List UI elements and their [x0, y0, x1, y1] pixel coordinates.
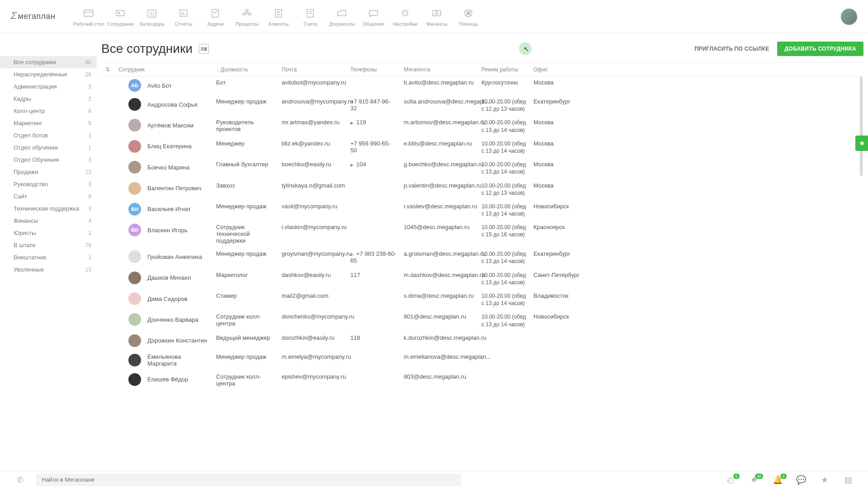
sidebar-item-count: 2: [88, 230, 91, 236]
column-schedule[interactable]: Режим работы: [478, 66, 530, 73]
table-row[interactable]: Артёмов МаксимРуководитель проектовmr.ar…: [101, 116, 863, 137]
column-phones[interactable]: Телефоны: [347, 66, 400, 73]
employee-name: Артёмов Максим: [147, 122, 193, 129]
main-content: Все сотрудники X≣ ↖ ПРИГЛАСИТЬ ПО ССЫЛКЕ…: [97, 33, 868, 471]
messages-icon[interactable]: 💬: [789, 475, 813, 485]
expand-phone-icon[interactable]: ▶: [350, 163, 354, 167]
megamail-cell: 1045@desc.megaplan.ru: [400, 224, 478, 230]
phone-cell: +7 915 847-96-32: [347, 98, 400, 112]
nav-item-12[interactable]: Помощь: [453, 0, 484, 33]
mail-cell: avitobot@mycompany.ru: [278, 79, 347, 86]
sidebar-item[interactable]: Руководство3: [0, 178, 97, 190]
phone-icon[interactable]: ✆: [8, 475, 32, 485]
table-row[interactable]: Епишев ФёдорСотрудник колл-центраepishev…: [101, 371, 863, 390]
table-row[interactable]: Дашков МихаилМаркетологdashkov@easily.ru…: [101, 269, 863, 290]
reminders-icon[interactable]: ◴6: [719, 475, 742, 485]
table-row[interactable]: Блиц ЕкатеринаМенеджерbliz.ek@yandex.ru+…: [101, 137, 863, 158]
column-employee[interactable]: Сотрудник: [114, 66, 212, 73]
sidebar-item[interactable]: Юристы2: [0, 227, 97, 239]
nav-item-6[interactable]: Клиенты: [263, 0, 294, 33]
sidebar-item[interactable]: Уволенные13: [0, 263, 97, 276]
sidebar-item[interactable]: Сайт8: [0, 190, 97, 202]
export-excel-icon[interactable]: X≣: [199, 44, 209, 54]
nav-item-8[interactable]: Документы: [326, 0, 357, 33]
sidebar-item[interactable]: Финансы4: [0, 215, 97, 227]
library-icon[interactable]: ▤: [836, 475, 860, 485]
sidebar-item[interactable]: Нераспределённые26: [0, 68, 97, 80]
employee-name: Донченко Варвара: [147, 316, 198, 323]
column-office[interactable]: Офис: [530, 66, 593, 73]
sidebar-item-count: 3: [88, 181, 91, 188]
table-row[interactable]: ВИВасильев ИгнатМенеджер продажvasil@myc…: [101, 200, 863, 221]
employee-name: Епишев Фёдор: [147, 376, 188, 383]
table-row[interactable]: АБAvito БотБотavitobot@mycompany.rub.avi…: [101, 76, 863, 95]
hot-icon[interactable]: ♣30: [742, 475, 766, 484]
sidebar-item-label: Внештатник: [14, 254, 46, 261]
table-row[interactable]: Емельянова МаргаритаМенеджер продажm.eme…: [101, 351, 863, 371]
sidebar-item[interactable]: Отдел ботов1: [0, 129, 97, 141]
table-row[interactable]: Донченко ВарвараСотрудник колл-центраdon…: [101, 310, 863, 331]
nav-item-4[interactable]: Задачи: [200, 0, 231, 33]
table-row[interactable]: Дима СидоровСтажерmail2@gmail.coms.dima@…: [101, 290, 863, 310]
vertical-scrollbar[interactable]: [860, 76, 863, 176]
logo-text: мегаплан: [18, 12, 56, 21]
mail-cell: tylinskaya.n@gmail.com: [278, 182, 347, 189]
column-megamail[interactable]: Мегапочта: [400, 66, 478, 73]
table-row[interactable]: Андросова СофьяМенеджер продажandrosova@…: [101, 95, 863, 116]
svg-rect-14: [243, 13, 245, 15]
sidebar-item[interactable]: Администрация3: [0, 80, 97, 93]
sidebar-item[interactable]: Все сотрудники80: [0, 56, 97, 68]
office-cell: Красноярск: [530, 224, 593, 230]
column-mail[interactable]: Почта: [278, 66, 347, 73]
nav-item-1[interactable]: Сотрудники: [105, 0, 136, 33]
nav-icon: [207, 7, 223, 19]
nav-item-9[interactable]: Общение: [358, 0, 389, 33]
expand-phone-icon[interactable]: ▶: [350, 252, 354, 257]
schedule-cell: 10.00-20.00 (обед с 15 до 16 часов): [478, 224, 530, 238]
sidebar-item[interactable]: Отдел Обучения3: [0, 154, 97, 166]
nav-item-2[interactable]: 31Календарь: [137, 0, 167, 33]
current-user-avatar[interactable]: [841, 9, 857, 25]
nav-item-7[interactable]: Счета: [295, 0, 326, 33]
invite-by-link-button[interactable]: ПРИГЛАСИТЬ ПО ССЫЛКЕ: [694, 46, 769, 52]
nav-item-10[interactable]: Настройки: [390, 0, 420, 33]
table-row[interactable]: Гройсман АнжеликаМенеджер продажgroysman…: [101, 248, 863, 268]
sidebar-item[interactable]: Продажи13: [0, 166, 97, 178]
sidebar-item[interactable]: Колл-центр6: [0, 105, 97, 117]
megamail-cell: i.vasilev@desc.megaplan.ru: [400, 203, 478, 210]
sidebar-item[interactable]: Внештатник1: [0, 251, 97, 263]
employee-name: Avito Бот: [147, 82, 172, 89]
nav-label: Процессы: [236, 21, 259, 27]
megamail-cell: k.dorozhkin@desc.megaplan.ru: [400, 334, 478, 341]
position-cell: Менеджер: [212, 140, 278, 147]
nav-label: Рабочий стол: [73, 21, 104, 27]
global-search-input[interactable]: [36, 474, 461, 486]
nav-item-0[interactable]: Рабочий стол: [73, 0, 104, 33]
office-cell: Владивосток: [530, 292, 593, 299]
sidebar-item[interactable]: Отдел обучения1: [0, 141, 97, 154]
nav-item-5[interactable]: Процессы: [231, 0, 262, 33]
add-employee-button[interactable]: ДОБАВИТЬ СОТРУДНИКА: [777, 42, 863, 56]
avatar-initials: ВИ: [128, 224, 141, 236]
table-settings-icon[interactable]: ⇅: [101, 66, 114, 73]
sidebar-item[interactable]: Кадры2: [0, 93, 97, 105]
expand-phone-icon[interactable]: ▶: [350, 121, 354, 125]
sidebar-item[interactable]: Маркетинг5: [0, 117, 97, 129]
table-row[interactable]: ВИВласкин ИгорьСотрудник технической под…: [101, 221, 863, 248]
employee-name: Дима Сидоров: [147, 296, 188, 302]
nav-item-3[interactable]: Отчёты: [168, 0, 199, 33]
sidebar-item[interactable]: Техническая поддержка3: [0, 202, 97, 215]
sidebar-item[interactable]: В штате79: [0, 239, 97, 251]
logo[interactable]: Σ мегаплан: [11, 11, 55, 23]
feedback-star-tab[interactable]: ★: [855, 136, 868, 151]
column-position[interactable]: ↓Должность: [212, 66, 278, 73]
sidebar-item-count: 13: [85, 169, 91, 175]
notifications-bell-icon[interactable]: 🔔9: [766, 475, 789, 485]
favorites-star-icon[interactable]: ★: [813, 475, 836, 485]
table-row[interactable]: Дорожкин КонстантинВедущий менеджерdoroz…: [101, 332, 863, 351]
table-row[interactable]: Боечко МаринаГлавный бухгалтерboechko@ea…: [101, 158, 863, 179]
nav-item-11[interactable]: Финансы: [421, 0, 452, 33]
sidebar-item-count: 1: [88, 145, 91, 151]
mail-cell: epishev@mycompany.ru: [278, 373, 347, 380]
table-row[interactable]: Валентин ПетровичЗавхозtylinskaya.n@gmai…: [101, 179, 863, 200]
